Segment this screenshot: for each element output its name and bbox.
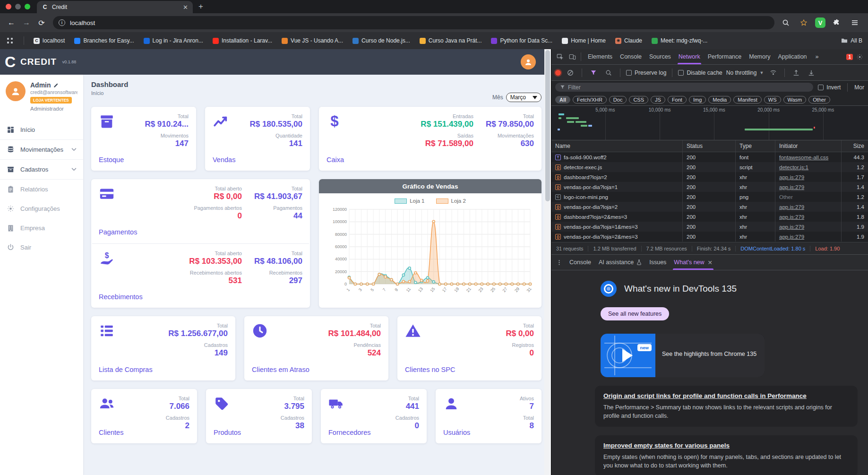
network-table-header[interactable]: NameStatusTypeInitiatorSize (551, 140, 868, 152)
preserve-log-checkbox[interactable]: Preserve log (626, 69, 666, 76)
initiator-link[interactable]: fontawesome-all.css (779, 155, 828, 160)
v-extension-icon[interactable]: V (815, 17, 825, 28)
traffic-lights[interactable] (0, 4, 37, 13)
feature-heading[interactable]: Origin and script links for profile and … (603, 392, 849, 399)
filter-input[interactable]: Filter (555, 83, 813, 92)
network-overview[interactable]: 5,000 ms10,000 ms15,000 ms20,000 ms25,00… (551, 106, 868, 140)
initiator-link[interactable]: app.js:279 (779, 174, 804, 180)
column-header-status[interactable]: Status (683, 140, 736, 152)
bookmark-item[interactable]: Curso Java na Prát... (420, 37, 482, 44)
scrollbar-thumb[interactable] (545, 50, 550, 201)
bookmark-item[interactable]: Installation - Larav... (213, 37, 272, 44)
initiator-link[interactable]: app.js:279 (779, 214, 804, 220)
network-request-row[interactable]: Clogo-icon-mini.png200pngOther1.2 (551, 192, 868, 202)
throttling-select[interactable]: No throttling ▼ (726, 69, 764, 76)
bookmark-item[interactable]: ✳Claude (615, 37, 642, 44)
filter-chip-font[interactable]: Font (668, 96, 687, 104)
network-request-row[interactable]: {}vendas-por-dia?loja=2&mes=3200xhrapp.j… (551, 232, 868, 242)
bookmark-item[interactable]: Curso de Node.js... (352, 37, 410, 44)
bookmark-item[interactable]: Clocalhost (34, 37, 65, 44)
invert-checkbox[interactable]: Invert (818, 84, 841, 91)
filter-chip-js[interactable]: JS (651, 96, 665, 104)
devtools-tab-network[interactable]: Network (675, 49, 704, 64)
edit-pencil-icon[interactable] (53, 83, 59, 88)
network-request-row[interactable]: {}detector-exec.js200scriptdetector.js:1… (551, 162, 868, 172)
filter-chip-css[interactable]: CSS (629, 96, 648, 104)
all-bookmarks[interactable]: All B (841, 37, 862, 44)
network-request-row[interactable]: Tfa-solid-900.woff2200fontfontawesome-al… (551, 152, 868, 162)
initiator-link[interactable]: detector.js:1 (779, 164, 808, 170)
back-icon[interactable]: ← (5, 16, 18, 29)
clear-network-log-icon[interactable] (565, 67, 576, 78)
forward-icon[interactable]: → (20, 16, 33, 29)
devtools-tab-elements[interactable]: Elements (584, 49, 616, 64)
url-bar[interactable]: i localhost (53, 16, 774, 29)
bookmark-item[interactable]: Home | Home (562, 37, 606, 44)
filter-chip-doc[interactable]: Doc (609, 96, 627, 104)
checkbox-icon[interactable] (818, 85, 824, 90)
network-request-row[interactable]: {}vendas-por-dia?loja=2200xhrapp.js:2791… (551, 202, 868, 212)
devtools-tab-performance[interactable]: Performance (704, 49, 746, 64)
device-toolbar-icon[interactable] (567, 51, 578, 62)
filter-chip-wasm[interactable]: Wasm (783, 96, 807, 104)
page-scrollbar[interactable] (544, 49, 551, 475)
import-har-icon[interactable] (791, 67, 802, 78)
navbar-avatar[interactable] (521, 54, 536, 69)
drawer-tab-console[interactable]: Console (566, 255, 595, 270)
browser-menu-icon[interactable] (848, 16, 861, 29)
filter-chip-ws[interactable]: WS (764, 96, 781, 104)
bookmark-item[interactable]: Python for Data Sc... (491, 37, 552, 44)
bookmark-item[interactable]: Log in - Jira Anron... (144, 37, 203, 44)
column-header-initiator[interactable]: Initiator (775, 140, 842, 152)
initiator-link[interactable]: app.js:279 (779, 224, 804, 230)
search-icon[interactable] (779, 16, 792, 29)
filter-chip-all[interactable]: All (555, 96, 570, 104)
reload-icon[interactable]: ⟳ (35, 16, 48, 29)
close-icon[interactable]: ✕ (708, 259, 713, 266)
see-all-features-button[interactable]: See all new features (601, 307, 669, 320)
devtools-tab-application[interactable]: Application (774, 49, 810, 64)
filter-chip-media[interactable]: Media (708, 96, 731, 104)
network-conditions-icon[interactable] (767, 67, 779, 78)
drawer-tab-ai-assistance[interactable]: AI assistance (595, 255, 645, 270)
inspect-element-icon[interactable] (554, 51, 566, 62)
more-filters-label[interactable]: Mor (854, 84, 864, 91)
extensions-puzzle-icon[interactable] (830, 16, 843, 29)
month-select[interactable]: Março (506, 93, 541, 102)
network-request-row[interactable]: {}dashboard?loja=2200xhrapp.js:2791.7 (551, 172, 868, 182)
filter-funnel-icon[interactable] (588, 67, 599, 78)
app-logo[interactable]: C CREDIT v0.1.88 (0, 53, 83, 71)
network-request-row[interactable]: {}dashboard?loja=2&mes=3200xhrapp.js:279… (551, 212, 868, 222)
site-info-icon[interactable]: i (59, 19, 65, 26)
record-network-log-icon[interactable] (555, 70, 561, 76)
more-tabs-icon[interactable]: » (812, 49, 823, 64)
filter-chip-img[interactable]: Img (689, 96, 706, 104)
sidebar-item-relatorios[interactable]: Relatórios (0, 180, 83, 199)
sidebar-item-cadastros[interactable]: Cadastros (0, 160, 83, 180)
feature-heading[interactable]: Improved empty states for various panels (603, 442, 849, 449)
play-icon[interactable] (622, 349, 633, 362)
bookmark-star-icon[interactable] (797, 16, 810, 29)
bookmark-item[interactable]: Vue JS - Usando A... (282, 37, 343, 44)
initiator-link[interactable]: app.js:279 (779, 234, 804, 240)
minimize-window-button[interactable] (15, 4, 21, 9)
video-thumbnail[interactable]: new (601, 334, 655, 377)
network-request-row[interactable]: {}vendas-por-dia?loja=1200xhrapp.js:2791… (551, 182, 868, 192)
error-badge[interactable]: 1 (846, 54, 853, 60)
bookmark-item[interactable]: Branches for Easy... (74, 37, 134, 44)
close-window-button[interactable] (6, 4, 11, 9)
filter-chip-other[interactable]: Other (808, 96, 830, 104)
column-header-name[interactable]: Name (551, 140, 683, 152)
initiator-link[interactable]: app.js:279 (779, 184, 804, 190)
devtools-tab-memory[interactable]: Memory (745, 49, 774, 64)
drawer-tab-what-s-new[interactable]: What's new✕ (670, 255, 716, 270)
sidebar-item-inicio[interactable]: Início (0, 120, 83, 140)
bookmark-item[interactable]: Meet: mdg-zfwq-... (652, 37, 707, 44)
initiator-link[interactable]: app.js:279 (779, 204, 804, 210)
devtools-settings-gear-icon[interactable] (854, 51, 865, 62)
new-tab-button[interactable]: + (193, 2, 203, 13)
column-header-size[interactable]: Size (842, 140, 868, 152)
checkbox-icon[interactable] (626, 70, 632, 76)
sidebar-item-empresa[interactable]: Empresa (0, 218, 83, 238)
filter-chip-manifest[interactable]: Manifest (733, 96, 762, 104)
